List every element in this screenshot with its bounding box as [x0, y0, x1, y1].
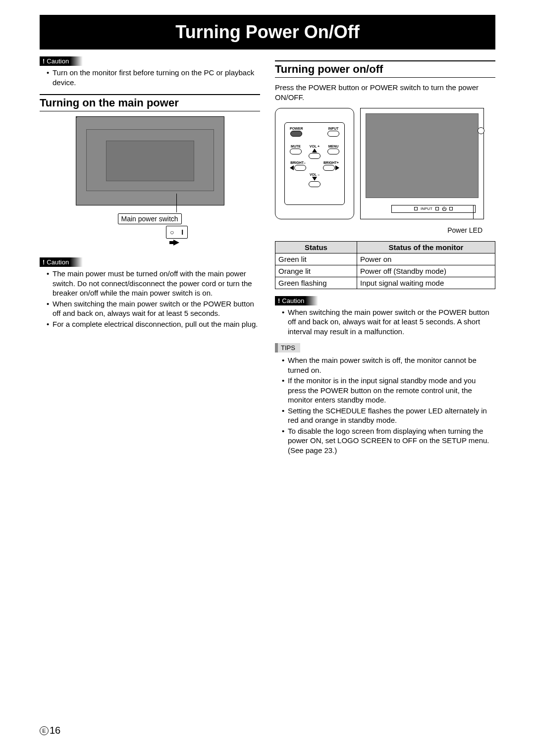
monitor-bar-input: INPUT — [421, 206, 432, 211]
list-item: Turn on the monitor first before turning… — [47, 68, 260, 87]
table-header: Status of the monitor — [357, 241, 495, 253]
monitor-front: INPUT — [360, 108, 484, 219]
caution-tag: Caution — [275, 296, 318, 305]
list-item: For a complete electrical disconnection,… — [47, 319, 260, 329]
down-arrow-icon — [312, 177, 317, 181]
power-switch-icon — [478, 127, 484, 134]
list-item: When switching the main power switch or … — [47, 299, 260, 318]
list-item: Setting the SCHEDULE flashes the power L… — [282, 406, 495, 425]
table-row: Green lit Power on — [275, 253, 495, 265]
left-arrow-icon — [290, 165, 294, 170]
status-table: Status Status of the monitor Green lit P… — [275, 241, 495, 289]
figure-monitor-back: Main power switch ○I — [76, 116, 224, 246]
remote-label-power: POWER — [290, 127, 303, 130]
page-number: E16 — [40, 725, 60, 736]
arrow-icon — [173, 240, 179, 246]
table-row: Green flashing Input signal waiting mode — [275, 277, 495, 289]
monitor-back-panel — [76, 116, 224, 205]
caution-tag: Caution — [40, 257, 83, 267]
table-header: Status — [275, 241, 357, 253]
right-column: Turning power on/off Press the POWER but… — [275, 56, 495, 462]
page-title: Turning Power On/Off — [40, 15, 495, 50]
remote-label-volm: VOL – — [309, 173, 321, 176]
remote-label-volp: VOL + — [309, 145, 321, 148]
up-arrow-icon — [312, 149, 317, 152]
figure-remote-and-monitor: POWER INPUT MUTE VOL + MENU BRIGHT– BRIG… — [275, 108, 495, 219]
main-power-switch-icon: ○I — [166, 226, 188, 239]
remote-label-input: INPUT — [327, 127, 339, 130]
led-icon — [435, 207, 439, 210]
caution-list: When switching the main power switch or … — [275, 307, 495, 337]
list-item: The main power must be turned on/off wit… — [47, 269, 260, 298]
section-heading: Turning power on/off — [275, 60, 495, 78]
remote-label-brightm: BRIGHT– — [290, 161, 306, 164]
main-power-switch-label: Main power switch — [118, 213, 182, 224]
menu-button-icon — [327, 149, 339, 154]
list-item: If the monitor is in the input signal st… — [282, 376, 495, 405]
tips-tag: TIPS — [275, 343, 300, 353]
power-button-icon — [290, 131, 302, 137]
caution-list: Turn on the monitor first before turning… — [40, 68, 260, 87]
remote-label-menu: MENU — [327, 145, 339, 148]
remote-label-mute: MUTE — [290, 145, 302, 148]
tips-list: When the main power switch is off, the m… — [275, 355, 495, 455]
intro-text: Press the POWER button or POWER switch t… — [275, 83, 495, 103]
list-item: When the main power switch is off, the m… — [282, 355, 495, 375]
caution-list: The main power must be turned on/off wit… — [40, 269, 260, 329]
section-heading: Turning on the main power — [40, 94, 260, 111]
remote-label-brightp: BRIGHT+ — [323, 161, 339, 164]
mute-button-icon — [290, 149, 302, 154]
list-item: When switching the main power switch or … — [282, 307, 495, 337]
caution-tag: Caution — [40, 56, 83, 66]
power-led-icon — [449, 207, 453, 210]
left-column: Caution Turn on the monitor first before… — [40, 56, 260, 462]
power-led-label: Power LED — [275, 226, 482, 234]
list-item: To disable the logo screen from displayi… — [282, 426, 495, 455]
input-button-icon — [327, 131, 339, 137]
remote-control: POWER INPUT MUTE VOL + MENU BRIGHT– BRIG… — [275, 108, 354, 219]
led-icon — [414, 207, 418, 210]
right-arrow-icon — [335, 165, 339, 170]
power-icon — [442, 206, 446, 211]
table-row: Orange lit Power off (Standby mode) — [275, 265, 495, 277]
